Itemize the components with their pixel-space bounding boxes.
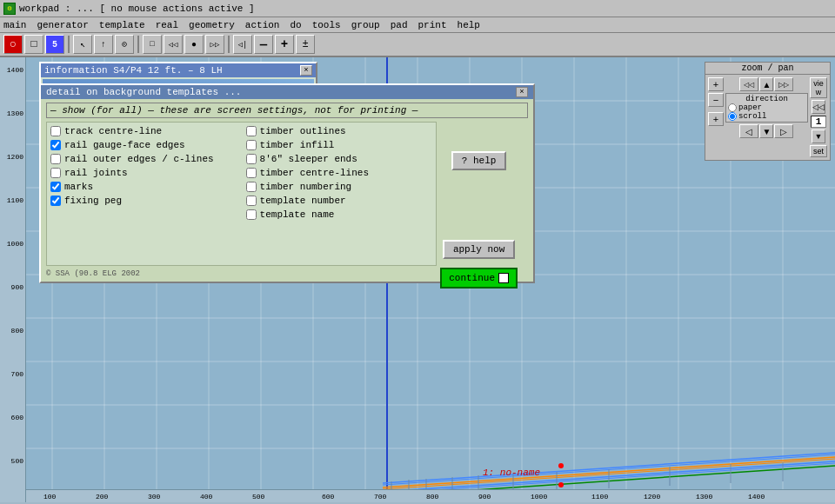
info-close-btn[interactable]: × — [300, 65, 312, 76]
info-title-text: information S4/P4 12 ft. – 8 LH — [44, 65, 223, 76]
toolbar-btn-dot[interactable]: ● — [184, 35, 204, 54]
cb-template-number[interactable] — [246, 196, 257, 206]
zoom-left-btn[interactable]: ◁ — [739, 124, 758, 138]
toolbar-sep-2 — [137, 36, 139, 53]
ruler-1400: 1400 — [7, 66, 23, 74]
menu-item-geometry[interactable]: geometry — [189, 20, 235, 30]
continue-button[interactable]: continue — [440, 268, 518, 288]
toolbar-btn-5[interactable]: 5 — [45, 35, 64, 54]
left-ruler: 1400 1300 1200 1100 1000 900 800 700 600… — [0, 57, 26, 502]
cb-rail-joints[interactable] — [50, 168, 61, 178]
zoom-left-arrow-btn[interactable]: ◁◁ — [812, 100, 825, 114]
paper-radio[interactable] — [728, 103, 737, 112]
menu-item-real[interactable]: real — [156, 20, 178, 30]
toolbar-btn-cursor[interactable]: ↖ — [73, 35, 92, 54]
cb-label-fixing-peg: fixing peg — [64, 196, 122, 206]
menu-item-pad[interactable]: pad — [391, 20, 408, 30]
toolbar-btn-start[interactable]: ◁| — [233, 35, 252, 54]
toolbar-btn-rect[interactable]: □ — [143, 35, 162, 54]
zoom-up-btn[interactable]: ▲ — [759, 77, 773, 91]
paper-label: paper — [738, 103, 762, 112]
checkboxes-area: track centre-line rail gauge-face edges … — [46, 122, 437, 266]
ruler-1200: 1200 — [7, 153, 23, 161]
cb-label-timber-centre: timber centre-lines — [260, 168, 369, 178]
scroll-radio[interactable] — [728, 112, 737, 121]
toolbar-btn-circle[interactable]: ○ — [3, 35, 23, 54]
zoom-nav-row2: ◁ ▼ ▷ — [739, 124, 793, 138]
paper-option: paper — [728, 103, 805, 112]
toolbar-btn-circle2[interactable]: ⊙ — [115, 35, 134, 54]
menu-item-print[interactable]: print — [418, 20, 447, 30]
menu-item-template[interactable]: template — [99, 20, 145, 30]
toolbar-btn-prev[interactable]: ◁◁ — [164, 35, 183, 54]
zoom-plus-btn[interactable]: + — [708, 77, 724, 91]
zoom-right-dbl-btn[interactable]: ▷▷ — [774, 77, 793, 91]
zoom-value: 1 — [811, 116, 826, 128]
zoom-right-col: view ◁◁ 1 ▼ set — [810, 77, 827, 157]
cb-track-centre[interactable] — [50, 126, 61, 136]
cb-timber-numbering[interactable] — [246, 182, 257, 192]
zoom-minus-btn[interactable]: − — [708, 93, 724, 107]
ruler-800: 800 — [11, 327, 23, 335]
menu-item-main[interactable]: main — [3, 20, 26, 30]
app-icon: ⚙ — [3, 3, 16, 15]
cb-label-timber-outlines: timber outlines — [260, 126, 346, 136]
toolbar-sep-1 — [68, 36, 70, 53]
svg-point-44 — [558, 482, 564, 487]
ruler-600: 600 — [11, 414, 23, 421]
menu-item-help[interactable]: help — [458, 20, 480, 30]
help-button[interactable]: ? help — [451, 151, 507, 170]
cb-label-track-centre: track centre-line — [64, 126, 162, 136]
zoom-plus2-btn[interactable]: + — [708, 112, 724, 126]
cb-86-sleeper[interactable] — [246, 154, 257, 164]
no-name-label: 1: no-name — [483, 468, 540, 478]
checkbox-col-right: timber outlines timber infill 8'6" sleep… — [246, 126, 433, 262]
cb-item-template-name: template name — [246, 209, 433, 220]
set-btn[interactable]: set — [810, 145, 827, 157]
cb-item-marks: marks — [50, 182, 237, 192]
detail-dialog: detail on background templates ... × — s… — [39, 83, 535, 283]
ruler-900: 900 — [11, 283, 23, 291]
cb-template-name[interactable] — [246, 209, 257, 220]
zoom-down-arrow-btn[interactable]: ▼ — [812, 129, 825, 143]
cb-label-rail-joints: rail joints — [64, 168, 128, 178]
menu-item-do[interactable]: do — [290, 20, 301, 30]
detail-title-text: detail on background templates ... — [46, 87, 241, 97]
zoom-right-btn[interactable]: ▷ — [774, 124, 793, 138]
toolbar-btn-minus[interactable]: — — [254, 35, 273, 54]
ruler-500: 500 — [11, 457, 23, 465]
zoom-down-btn[interactable]: ▼ — [759, 124, 773, 138]
toolbar-btn-plusminus[interactable]: ± — [296, 35, 315, 54]
cb-timber-centre[interactable] — [246, 168, 257, 178]
cb-item-rail-gauge: rail gauge-face edges — [50, 140, 237, 150]
cb-item-timber-centre: timber centre-lines — [246, 168, 433, 178]
ruler-700: 700 — [11, 370, 23, 378]
cb-marks[interactable] — [50, 182, 61, 192]
zoom-left-dbl-btn[interactable]: ◁◁ — [739, 77, 758, 91]
continue-label: continue — [449, 273, 495, 283]
main-area: 1400 1300 1200 1100 1000 900 800 700 600… — [0, 57, 835, 502]
toolbar-btn-next[interactable]: ▷▷ — [205, 35, 224, 54]
menu-bar: maingeneratortemplaterealgeometryactiond… — [0, 17, 835, 33]
cb-rail-gauge[interactable] — [50, 140, 61, 150]
cb-item-rail-joints: rail joints — [50, 168, 237, 178]
cb-rail-outer[interactable] — [50, 154, 61, 164]
toolbar-btn-square[interactable]: □ — [24, 35, 43, 54]
cb-timber-outlines[interactable] — [246, 126, 257, 136]
menu-item-group[interactable]: group — [351, 20, 380, 30]
view-btn[interactable]: view — [810, 77, 827, 98]
cb-timber-infill[interactable] — [246, 140, 257, 150]
svg-point-45 — [558, 463, 564, 468]
title-bar: ⚙ workpad : ... [ no mouse actions activ… — [0, 0, 835, 17]
toolbar-btn-plus[interactable]: + — [275, 35, 294, 54]
toolbar-btn-up[interactable]: ↑ — [94, 35, 113, 54]
apply-now-button[interactable]: apply now — [443, 240, 515, 259]
cb-fixing-peg[interactable] — [50, 196, 61, 206]
continue-checkbox[interactable] — [498, 273, 509, 283]
info-title-bar: information S4/P4 12 ft. – 8 LH × — [41, 63, 316, 77]
menu-item-tools[interactable]: tools — [312, 20, 341, 30]
detail-close-btn[interactable]: × — [516, 87, 528, 97]
zoom-plusminus: + − + — [708, 77, 724, 157]
menu-item-action[interactable]: action — [245, 20, 280, 30]
menu-item-generator[interactable]: generator — [37, 20, 88, 30]
